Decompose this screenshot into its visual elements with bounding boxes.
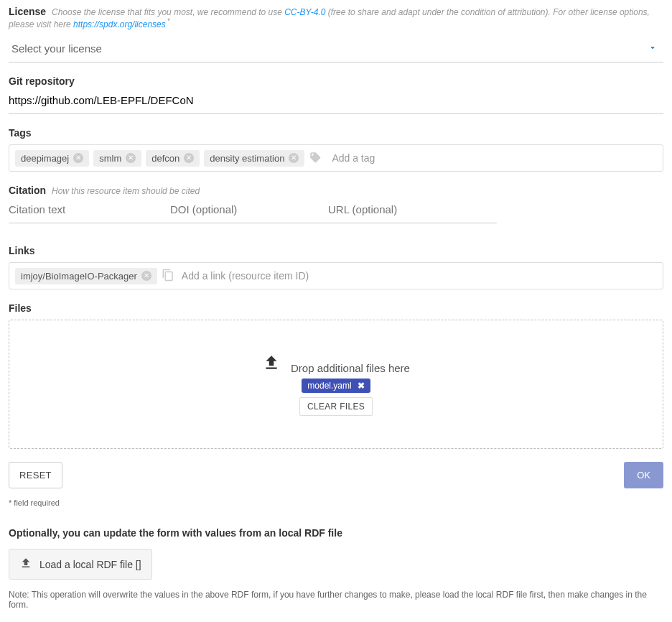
license-select[interactable]: Select your license [9,35,663,62]
upload-icon [262,353,281,374]
required-mark: * [167,17,170,25]
file-remove-icon[interactable]: ✖ [358,381,365,391]
git-section: Git repository [9,75,663,114]
files-label: Files [9,302,663,314]
tag-chip: deepimagej ✕ [15,150,89,167]
tag-icon [309,151,322,166]
actions-row: RESET OK [9,462,663,488]
optional-heading: Optionally, you can update the form with… [9,527,663,539]
tag-remove-icon[interactable]: ✕ [126,153,136,163]
drop-text: Drop additional files here [291,362,410,374]
tag-chip: density estimation ✕ [204,150,304,167]
git-input[interactable] [9,87,663,114]
upload-icon [19,557,32,572]
ok-button[interactable]: OK [624,462,663,488]
tag-remove-icon[interactable]: ✕ [289,153,299,163]
license-label: License [9,6,46,17]
files-dropzone[interactable]: Drop additional files here model.yaml ✖ … [9,320,663,449]
overwrite-note: Note: This operation will overwrite the … [9,590,663,610]
required-footnote: * field required [9,498,663,507]
citation-hint: How this resource item should be cited [52,186,200,196]
link-input[interactable] [179,267,657,284]
tags-label: Tags [9,127,663,139]
license-hint: Choose the license that fits you most, w… [9,7,650,29]
links-container[interactable]: imjoy/BioImageIO-Packager ✕ [9,262,663,289]
chevron-down-icon [648,42,658,55]
tag-remove-icon[interactable]: ✕ [184,153,194,163]
link-remove-icon[interactable]: ✕ [141,271,151,281]
clear-files-button[interactable]: CLEAR FILES [299,397,373,416]
links-section: Links imjoy/BioImageIO-Packager ✕ [9,245,663,289]
spdx-link[interactable]: https://spdx.org/licenses [73,19,166,29]
link-icon [162,269,174,284]
tag-input[interactable] [329,149,657,167]
cc-by-link[interactable]: CC-BY-4.0 [284,7,325,17]
license-section: License Choose the license that fits you… [9,6,663,62]
drop-row: Drop additional files here [262,353,410,374]
citation-section: Citation How this resource item should b… [9,185,663,223]
file-chip: model.yaml ✖ [302,379,370,393]
tag-remove-icon[interactable]: ✕ [73,153,83,163]
license-select-placeholder: Select your license [11,42,102,55]
citation-text-input[interactable] [9,196,170,223]
tags-container[interactable]: deepimagej ✕ smlm ✕ defcon ✕ density est… [9,144,663,172]
citation-label: Citation [9,185,46,196]
citation-doi-input[interactable] [170,196,328,223]
git-label: Git repository [9,75,75,87]
files-section: Files Drop additional files here model.y… [9,302,663,449]
citation-url-input[interactable] [328,196,497,223]
link-chip: imjoy/BioImageIO-Packager ✕ [15,268,157,284]
tags-section: Tags deepimagej ✕ smlm ✕ defcon ✕ densit… [9,127,663,172]
links-label: Links [9,245,663,256]
reset-button[interactable]: RESET [9,462,62,488]
tag-chip: smlm ✕ [93,150,141,167]
tag-chip: defcon ✕ [146,150,200,167]
citation-row [9,196,497,223]
load-rdf-button[interactable]: Load a local RDF file [] [9,549,152,580]
